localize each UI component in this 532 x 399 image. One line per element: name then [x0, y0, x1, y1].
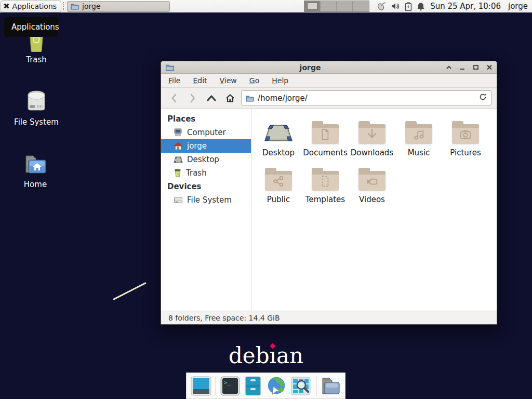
hard-drive-icon: [5, 88, 68, 114]
back-button[interactable]: [166, 91, 182, 105]
public-folder-icon: [256, 162, 301, 191]
folder-item-templates[interactable]: Templates: [302, 162, 348, 204]
mouse-icon[interactable]: [377, 2, 386, 11]
folder-item-label: Documents: [302, 148, 348, 157]
debian-logo-i: ı: [270, 343, 276, 368]
workspace-2[interactable]: [321, 1, 337, 11]
close-button[interactable]: [486, 64, 493, 70]
applications-menu-label: Applications: [12, 2, 57, 10]
sidebar-item-computer[interactable]: Computer: [161, 126, 251, 139]
debian-logo-text: an: [276, 343, 303, 368]
folder-grid: Desktop Documents: [256, 115, 493, 208]
sidebar-item-jorge[interactable]: jorge: [161, 139, 251, 153]
notifications-bell-icon[interactable]: [417, 2, 425, 11]
path-text: /home/jorge/: [258, 94, 475, 103]
documents-folder-icon: [302, 115, 348, 144]
hard-drive-icon: [174, 196, 183, 204]
folder-item-label: Desktop: [256, 148, 301, 157]
applications-menu-button[interactable]: ✖ Applications: [1, 1, 61, 12]
applications-tooltip-text: Applications: [11, 22, 59, 32]
path-entry[interactable]: /home/jorge/: [241, 90, 491, 105]
panel-username: jorge: [508, 2, 528, 11]
folder-item-label: Pictures: [443, 148, 488, 157]
web-browser-icon[interactable]: [266, 376, 287, 396]
folder-item-label: Downloads: [349, 148, 395, 157]
application-finder-icon[interactable]: [291, 376, 312, 396]
shade-button[interactable]: [446, 65, 452, 70]
desktop-icon-label: File System: [5, 117, 68, 127]
dock-separator: [316, 376, 316, 396]
folder-item-label: Videos: [349, 195, 395, 204]
taskbar-window-button[interactable]: jorge: [67, 1, 170, 12]
xfce-applications-icon: ✖: [3, 3, 10, 10]
desktop-icon-file-system[interactable]: File System: [5, 88, 68, 127]
menu-view[interactable]: View: [220, 76, 237, 85]
folder-item-videos[interactable]: Videos: [349, 162, 395, 204]
sidebar: Places Computer jorge: [161, 109, 251, 311]
sidebar-item-file-system[interactable]: File System: [161, 193, 251, 207]
status-bar: 8 folders, Free space: 14.4 GiB: [161, 311, 497, 324]
folder-item-desktop[interactable]: Desktop: [256, 115, 301, 157]
up-button[interactable]: [204, 91, 219, 105]
desktop-icon: [256, 115, 301, 144]
menu-bar: File Edit View Go Help: [161, 74, 497, 88]
downloads-folder-icon: [349, 115, 395, 144]
desktop-icon-label: Trash: [5, 55, 68, 64]
volume-icon[interactable]: [391, 2, 400, 10]
menu-help[interactable]: Help: [272, 76, 288, 85]
window-icon: [165, 63, 175, 71]
reload-icon[interactable]: [479, 93, 487, 103]
menu-go[interactable]: Go: [249, 76, 259, 85]
dock-separator: [216, 376, 216, 396]
folder-icon: [246, 95, 254, 102]
workspace-window-preview: [307, 3, 317, 10]
desktop-icon-home[interactable]: Home: [4, 151, 66, 189]
forward-button[interactable]: [185, 91, 201, 105]
file-manager-icon[interactable]: [244, 376, 262, 396]
folder-item-public[interactable]: Public: [256, 162, 301, 204]
folder-item-downloads[interactable]: Downloads: [349, 115, 395, 157]
minimize-button[interactable]: [459, 65, 466, 70]
folder-item-documents[interactable]: Documents: [302, 115, 348, 157]
system-tray: [377, 2, 425, 11]
debian-logo-text: deb: [229, 343, 270, 368]
maximize-button[interactable]: [473, 64, 479, 70]
home-icon: [174, 142, 183, 150]
workspace-1[interactable]: [304, 1, 321, 11]
menu-file[interactable]: File: [168, 76, 180, 85]
sidebar-devices-header: Devices: [161, 180, 251, 193]
desktop-icon: [174, 156, 183, 164]
templates-folder-icon: [302, 162, 348, 191]
desktop-icon-label: Home: [4, 180, 66, 189]
sidebar-item-desktop[interactable]: Desktop: [161, 153, 251, 166]
stray-line-artifact: [113, 282, 147, 300]
battery-icon[interactable]: [405, 2, 412, 11]
folder-item-music[interactable]: Music: [396, 115, 442, 157]
show-desktop-icon[interactable]: [191, 376, 211, 396]
menu-edit[interactable]: Edit: [193, 76, 207, 85]
svg-text:>_: >_: [224, 379, 231, 386]
workspace-3[interactable]: [337, 1, 353, 11]
folder-icon[interactable]: [320, 376, 341, 396]
sidebar-item-label: Computer: [187, 128, 226, 137]
folder-item-pictures[interactable]: Pictures: [443, 115, 488, 157]
panel-handle[interactable]: [63, 2, 65, 10]
file-manager-window: jorge File Edit View Go Help: [161, 61, 497, 325]
top-panel: ✖ Applications jorge: [0, 0, 532, 13]
taskbar-window-label: jorge: [82, 2, 100, 10]
dock-panel: >_: [186, 373, 345, 399]
sidebar-item-trash[interactable]: Trash: [161, 166, 251, 180]
workspace-4[interactable]: [353, 1, 369, 11]
home-button[interactable]: [222, 91, 238, 105]
music-folder-icon: [396, 115, 442, 144]
window-body: Places Computer jorge: [161, 109, 497, 311]
panel-clock[interactable]: Sun 25 Apr, 10:06: [430, 2, 501, 11]
debian-logo: debıan: [0, 343, 532, 368]
videos-folder-icon: [349, 162, 395, 191]
sidebar-item-label: File System: [187, 195, 232, 205]
home-folder-icon: [4, 151, 66, 177]
window-titlebar[interactable]: jorge: [161, 61, 497, 74]
terminal-icon[interactable]: >_: [220, 376, 240, 396]
sidebar-item-label: jorge: [187, 141, 207, 151]
folder-view[interactable]: Desktop Documents: [251, 109, 497, 311]
